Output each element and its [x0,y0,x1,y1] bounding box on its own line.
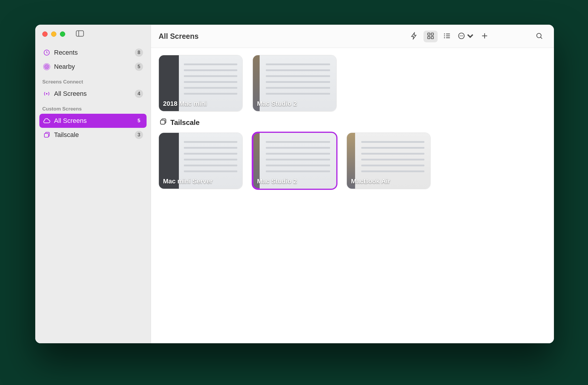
toolbar: All Screens [151,25,554,48]
toggle-sidebar-icon[interactable] [76,30,84,38]
add-button[interactable] [478,31,492,42]
screen-card[interactable]: Mac Studio 2 [253,133,337,189]
svg-point-19 [460,35,461,36]
plus-icon [481,32,488,41]
screen-label: Mac Studio 2 [257,100,297,108]
svg-rect-0 [76,31,84,36]
screen-label: MacBook Air [351,178,390,185]
screen-label: Mac mini Server [163,178,213,185]
sidebar-item-label: All Screens [54,117,135,125]
screen-card[interactable]: Mac Studio 2 [253,55,337,111]
sidebar-item-recents[interactable]: Recents 8 [39,46,147,60]
svg-point-4 [45,65,49,69]
close-window-button[interactable] [42,31,48,37]
sidebar-item-label: Tailscale [54,131,135,139]
svg-point-12 [444,33,445,34]
screen-label: 2018 Mac mini [163,100,207,108]
page-title: All Screens [159,32,199,41]
svg-point-20 [461,35,462,36]
svg-line-25 [540,37,542,38]
sidebar-item-label: All Screens [54,90,135,98]
svg-rect-26 [160,120,165,124]
bolt-icon [410,32,418,41]
sidebar-item-tailscale[interactable]: Tailscale 3 [39,128,147,142]
sidebar: Recents 8 Nearby 5 Screens Connect All S… [35,25,151,343]
quick-connect-button[interactable] [407,31,421,42]
sidebar-item-label: Recents [54,49,135,56]
list-icon [443,32,451,41]
sidebar-badge: 8 [135,48,143,57]
ellipsis-circle-icon [458,32,465,41]
nearby-icon [42,63,51,70]
search-button[interactable] [532,31,546,42]
list-view-button[interactable] [440,31,454,42]
svg-point-14 [444,37,445,38]
grid-view-button[interactable] [424,31,438,42]
screen-grid: 2018 Mac mini Mac Studio 2 [159,55,546,111]
svg-point-3 [46,66,48,68]
screen-grid: Mac mini Server Mac Studio 2 MacBook Air [159,133,546,189]
grid-icon [427,32,434,41]
group-title: Tailscale [170,118,200,127]
sidebar-item-label: Nearby [54,63,135,71]
main-area: All Screens [151,25,554,343]
svg-point-24 [537,33,541,38]
screen-label: Mac Studio 2 [257,178,297,185]
svg-rect-10 [428,36,430,39]
sidebar-section-header: Screens Connect [39,74,147,87]
sidebar-item-nearby[interactable]: Nearby 5 [39,60,147,74]
more-options-button[interactable] [456,31,475,42]
screen-card[interactable]: Mac mini Server [159,133,243,189]
screen-card[interactable]: MacBook Air [347,133,431,189]
minimize-window-button[interactable] [51,31,56,37]
chevron-down-icon [466,32,474,41]
sidebar-section-header: Custom Screens [39,101,147,114]
screen-card[interactable]: 2018 Mac mini [159,55,243,111]
sidebar-badge: 5 [135,117,143,125]
sidebar-badge: 4 [135,90,143,98]
group-header: Tailscale [159,118,546,127]
app-window: Recents 8 Nearby 5 Screens Connect All S… [35,25,554,343]
content-area: 2018 Mac mini Mac Studio 2 Tailscale [151,48,554,196]
cloud-icon [42,118,51,124]
zoom-window-button[interactable] [60,31,65,37]
broadcast-icon [42,90,51,97]
svg-point-13 [444,35,445,36]
sidebar-badge: 3 [135,131,143,139]
stack-icon [159,118,167,127]
sidebar-item-custom-allscreens[interactable]: All Screens 5 [39,114,147,128]
svg-rect-8 [428,33,430,35]
sidebar-badge: 5 [135,63,143,71]
svg-point-6 [46,93,48,95]
clock-icon [42,49,51,56]
svg-rect-9 [431,33,434,35]
sidebar-item-connect-allscreens[interactable]: All Screens 4 [39,87,147,101]
window-controls [35,30,151,44]
svg-point-21 [462,35,463,36]
stack-icon [42,131,51,138]
search-icon [535,32,543,41]
svg-rect-11 [431,36,434,39]
svg-rect-7 [44,133,48,137]
